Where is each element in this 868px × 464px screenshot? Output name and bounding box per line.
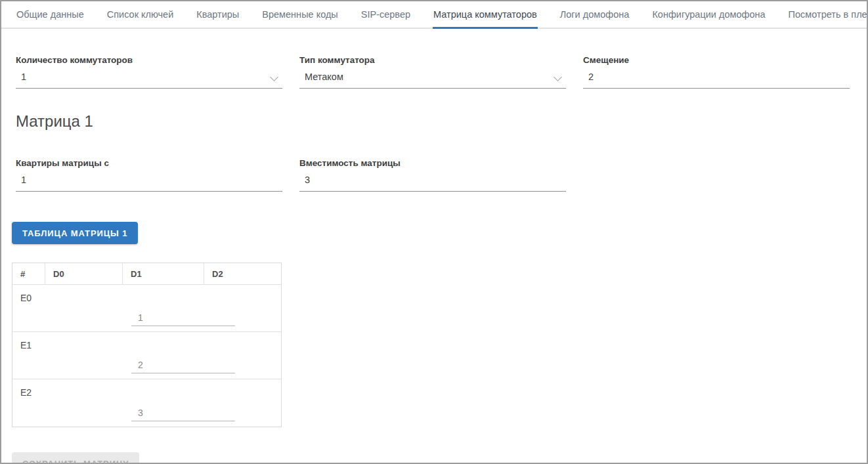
chevron-down-icon xyxy=(270,73,278,81)
matrix-cell-input-e0-d1[interactable] xyxy=(131,311,235,326)
chevron-down-icon xyxy=(553,73,562,81)
save-matrix-button[interactable]: СОХРАНИТЬ МАТРИЦУ xyxy=(12,452,139,464)
switch-type-select[interactable]: Метаком xyxy=(299,69,566,89)
column-header-d1: D1 xyxy=(122,263,204,284)
matrix-cell-input-e1-d1[interactable] xyxy=(131,358,235,373)
matrix-form: Квартиры матрицы с Вместимость матрицы xyxy=(16,158,850,192)
switch-count-field: Количество коммутаторов 1 xyxy=(16,55,282,89)
intercom-settings-page: Общие данные Список ключей Квартиры Врем… xyxy=(0,0,868,464)
table-row-e2: E2 xyxy=(12,379,281,427)
matrix-cell-input-e2-d1[interactable] xyxy=(131,406,235,421)
offset-input[interactable] xyxy=(588,72,834,82)
tab-general-data[interactable]: Общие данные xyxy=(16,1,85,29)
switch-type-value: Метаком xyxy=(305,72,343,82)
matrix-table-button[interactable]: ТАБЛИЦА МАТРИЦЫ 1 xyxy=(12,222,138,244)
apartments-from-input-wrap xyxy=(16,172,282,192)
offset-field: Смещение xyxy=(583,55,850,89)
main-content: Количество коммутаторов 1 Тип коммутатор… xyxy=(1,55,867,464)
tab-apartments[interactable]: Квартиры xyxy=(196,1,240,29)
matrix-table-header: # D0 D1 D2 xyxy=(12,263,281,285)
apartments-from-input[interactable] xyxy=(21,175,267,185)
tab-key-list[interactable]: Список ключей xyxy=(106,1,175,29)
offset-label: Смещение xyxy=(583,55,850,65)
tab-switch-matrix[interactable]: Матрица коммутаторов xyxy=(433,1,538,29)
tab-intercom-logs[interactable]: Логи домофона xyxy=(559,1,630,29)
capacity-label: Вместимость матрицы xyxy=(299,158,566,168)
capacity-field: Вместимость матрицы xyxy=(299,158,566,192)
tab-temporary-codes[interactable]: Временные коды xyxy=(261,1,339,29)
column-header-hash: # xyxy=(12,263,45,284)
matrix-table: # D0 D1 D2 E0 E1 E2 xyxy=(12,263,282,427)
tab-intercom-configs[interactable]: Конфигурации домофона xyxy=(651,1,766,29)
switch-type-label: Тип коммутатора xyxy=(299,55,566,65)
row-label: E2 xyxy=(20,387,32,398)
switch-count-label: Количество коммутаторов xyxy=(16,55,282,65)
column-header-d0: D0 xyxy=(45,263,122,284)
switch-type-field: Тип коммутатора Метаком xyxy=(299,55,566,89)
tab-view-in-player[interactable]: Посмотреть в плеере xyxy=(788,1,868,29)
capacity-input-wrap xyxy=(299,172,566,192)
offset-input-wrap xyxy=(583,69,850,89)
capacity-input[interactable] xyxy=(305,175,550,185)
tab-sip-server[interactable]: SIP-сервер xyxy=(360,1,411,29)
switch-count-select[interactable]: 1 xyxy=(16,69,282,89)
row-label: E1 xyxy=(20,340,32,350)
row-label: E0 xyxy=(20,293,32,303)
switch-count-value: 1 xyxy=(21,72,26,82)
column-header-d2: D2 xyxy=(204,263,281,284)
apartments-from-field: Квартиры матрицы с xyxy=(16,158,282,192)
table-row-e1: E1 xyxy=(12,332,281,379)
matrix-section-title: Матрица 1 xyxy=(16,112,850,131)
settings-form: Количество коммутаторов 1 Тип коммутатор… xyxy=(16,55,850,89)
apartments-from-label: Квартиры матрицы с xyxy=(16,158,282,168)
tab-bar: Общие данные Список ключей Квартиры Врем… xyxy=(1,1,867,29)
table-row-e0: E0 xyxy=(12,285,281,332)
